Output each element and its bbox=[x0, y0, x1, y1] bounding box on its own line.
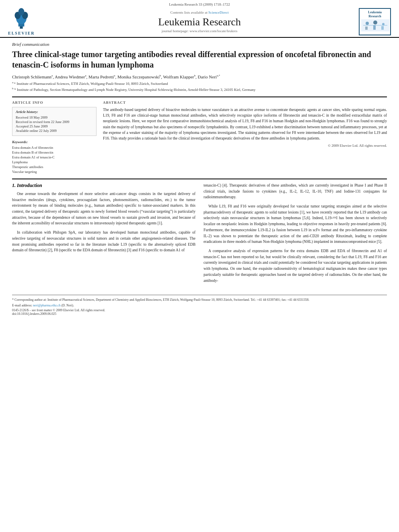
journal-badge: LeukemiaResearch bbox=[359, 8, 391, 35]
body-section: 1. Introduction One avenue towards the d… bbox=[12, 179, 387, 316]
issn-text: 0145-2126/$ – see front matter © 2009 El… bbox=[12, 308, 105, 312]
doi-line: doi:10.1016/j.leukres.2009.06.025 bbox=[12, 312, 387, 316]
journal-citation: Leukemia Research 33 (2009) 1718–1722 bbox=[8, 2, 391, 6]
issn-line: 0145-2126/$ – see front matter © 2009 El… bbox=[12, 308, 387, 312]
body-paragraph-2: In collaboration with Philogen SpA, our … bbox=[12, 230, 195, 253]
elsevier-logo: ELSEVIER bbox=[8, 8, 35, 35]
svg-point-9 bbox=[373, 21, 377, 25]
keywords-label: Keywords: bbox=[12, 140, 97, 144]
footer-section: * Corresponding author at: Institute of … bbox=[12, 295, 387, 315]
authors: Christoph Schliemanna, Andrea Wiedmera, … bbox=[12, 74, 387, 79]
article-info-box: Article history: Received 18 May 2009 Re… bbox=[12, 107, 97, 136]
keyword-2: Extra domain B of fibronectin bbox=[12, 150, 97, 154]
keywords-box: Keywords: Extra domain A of fibronectin … bbox=[12, 140, 97, 174]
article-title: Three clinical-stage tumor targeting ant… bbox=[12, 49, 387, 70]
contents-line: Contents lists available at ScienceDirec… bbox=[56, 10, 343, 14]
svg-rect-11 bbox=[365, 27, 368, 30]
svg-point-8 bbox=[366, 22, 369, 25]
body-paragraph-1: One avenue towards the development of mo… bbox=[12, 191, 195, 226]
article-info-abstract-section: ARTICLE INFO Article history: Received 1… bbox=[12, 97, 387, 175]
abstract-text: The antibody-based targeted delivery of … bbox=[103, 107, 387, 142]
body-right-paragraph-1: tenascin-C) [4]. Therapeutic derivatives… bbox=[204, 183, 387, 200]
affiliations: a ᵃ Institute of Pharmaceutical Sciences… bbox=[12, 81, 387, 92]
body-right-col: tenascin-C) [4]. Therapeutic derivatives… bbox=[204, 183, 387, 287]
footnote-email: E-mail address: neri@pharma.ethz.ch (D. … bbox=[12, 303, 387, 308]
main-content: Brief communication Three clinical-stage… bbox=[0, 38, 399, 320]
body-left-col: 1. Introduction One avenue towards the d… bbox=[12, 183, 195, 287]
elsevier-tree-icon bbox=[12, 8, 31, 30]
accepted-date: Accepted 25 June 2009 bbox=[16, 124, 93, 128]
keyword-3: Extra domain A1 of tenascin-C bbox=[12, 155, 97, 159]
doi-text: doi:10.1016/j.leukres.2009.06.025 bbox=[12, 312, 56, 316]
journal-title: Leukemia Research bbox=[56, 16, 343, 28]
copyright: © 2009 Elsevier Ltd. All rights reserved… bbox=[103, 144, 387, 148]
revised-date: Received in revised form 22 June 2009 bbox=[16, 120, 93, 124]
elsevier-logo-area: ELSEVIER bbox=[8, 8, 56, 35]
journal-top-bar: ELSEVIER Contents lists available at Sci… bbox=[8, 8, 391, 35]
journal-center: Contents lists available at ScienceDirec… bbox=[56, 10, 343, 33]
right-column: ABSTRACT The antibody-based targeted del… bbox=[103, 101, 387, 175]
body-two-col: 1. Introduction One avenue towards the d… bbox=[12, 183, 387, 287]
svg-point-10 bbox=[382, 23, 385, 25]
email-label: E-mail address: bbox=[12, 304, 32, 307]
svg-rect-12 bbox=[373, 25, 376, 30]
svg-rect-13 bbox=[381, 26, 384, 30]
page: Leukemia Research 33 (2009) 1718–1722 EL… bbox=[0, 0, 399, 532]
badge-title: LeukemiaResearch bbox=[361, 10, 389, 18]
article-info-header: ARTICLE INFO bbox=[12, 101, 97, 105]
elsevier-text: ELSEVIER bbox=[8, 31, 35, 35]
abstract-header: ABSTRACT bbox=[103, 101, 387, 105]
badge-decoration-icon bbox=[361, 19, 389, 31]
body-right-paragraph-3: A comparative analysis of expression pat… bbox=[204, 248, 387, 283]
available-date: Available online 22 July 2009 bbox=[16, 129, 93, 133]
section1-title: 1. Introduction bbox=[12, 183, 195, 189]
footnote-star: * Corresponding author at: Institute of … bbox=[12, 298, 387, 302]
affiliation-a: a ᵃ Institute of Pharmaceutical Sciences… bbox=[12, 81, 387, 86]
article-history-label: Article history: bbox=[16, 110, 93, 114]
keyword-5: Therapeutic antibodies bbox=[12, 165, 97, 169]
body-right-paragraph-2: While L19, F8 and F16 were originally de… bbox=[204, 203, 387, 245]
affiliation-b: b ᵇ Institute of Pathology, Section Hema… bbox=[12, 87, 387, 92]
left-column: ARTICLE INFO Article history: Received 1… bbox=[12, 101, 97, 175]
journal-header: Leukemia Research 33 (2009) 1718–1722 EL… bbox=[0, 0, 399, 38]
keyword-4: Lymphoma bbox=[12, 160, 97, 164]
sciencedirect-link[interactable]: ScienceDirect bbox=[208, 10, 228, 14]
email-suffix: (D. Neri). bbox=[62, 304, 74, 307]
email-link[interactable]: neri@pharma.ethz.ch bbox=[33, 304, 61, 307]
keyword-1: Extra domain A of fibronectin bbox=[12, 146, 97, 150]
homepage-label: journal homepage: www.elsevier.com/locat… bbox=[162, 29, 237, 33]
journal-badge-area: LeukemiaResearch bbox=[343, 8, 391, 35]
keyword-6: Vascular targeting bbox=[12, 170, 97, 174]
article-type: Brief communication bbox=[12, 42, 387, 47]
svg-point-5 bbox=[19, 8, 25, 15]
journal-homepage: journal homepage: www.elsevier.com/locat… bbox=[56, 29, 343, 33]
received-date: Received 18 May 2009 bbox=[16, 115, 93, 119]
contents-label: Contents lists available at bbox=[171, 10, 208, 14]
